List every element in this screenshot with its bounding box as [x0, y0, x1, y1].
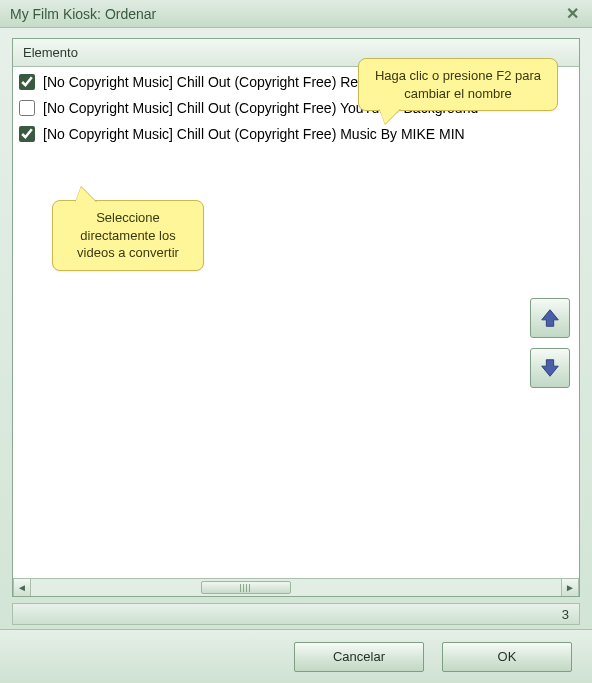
window-title: My Film Kiosk: Ordenar [10, 6, 560, 22]
dialog-footer: Cancelar OK [0, 629, 592, 683]
callout-tail-icon [75, 187, 97, 203]
chevron-right-icon: ► [565, 582, 575, 593]
chevron-left-icon: ◄ [17, 582, 27, 593]
horizontal-scrollbar[interactable]: ◄ ► [13, 578, 579, 596]
cancel-button[interactable]: Cancelar [294, 642, 424, 672]
reorder-buttons [530, 298, 570, 388]
row-checkbox[interactable] [19, 74, 35, 90]
row-checkbox[interactable] [19, 100, 35, 116]
callout-text: Seleccione directamente los videos a con… [77, 210, 179, 260]
close-button[interactable]: ✕ [560, 4, 584, 24]
titlebar: My Film Kiosk: Ordenar ✕ [0, 0, 592, 28]
list-inner: Elemento [No Copyright Music] Chill Out … [13, 39, 579, 596]
scroll-thumb[interactable] [201, 581, 291, 594]
item-count: 3 [562, 607, 569, 622]
scroll-right-button[interactable]: ► [561, 579, 579, 596]
dialog-body: Haga clic o presione F2 para cambiar el … [0, 28, 592, 629]
scroll-left-button[interactable]: ◄ [13, 579, 31, 596]
callout-select-hint: Seleccione directamente los videos a con… [52, 200, 204, 271]
callout-text: Haga clic o presione F2 para cambiar el … [375, 68, 541, 101]
ok-button[interactable]: OK [442, 642, 572, 672]
list-frame: Elemento [No Copyright Music] Chill Out … [12, 38, 580, 597]
callout-tail-icon [379, 108, 401, 124]
move-up-button[interactable] [530, 298, 570, 338]
arrow-up-icon [539, 307, 561, 329]
dialog-window: My Film Kiosk: Ordenar ✕ Haga clic o pre… [0, 0, 592, 683]
scroll-track[interactable] [31, 579, 561, 596]
grip-icon [240, 584, 252, 592]
move-down-button[interactable] [530, 348, 570, 388]
arrow-down-icon [539, 357, 561, 379]
row-checkbox[interactable] [19, 126, 35, 142]
row-label: [No Copyright Music] Chill Out (Copyrigh… [43, 126, 465, 142]
status-bar: 3 [12, 603, 580, 625]
list-item[interactable]: [No Copyright Music] Chill Out (Copyrigh… [13, 121, 579, 147]
close-icon: ✕ [566, 4, 579, 23]
list-rows: [No Copyright Music] Chill Out (Copyrigh… [13, 67, 579, 578]
callout-rename-hint: Haga clic o presione F2 para cambiar el … [358, 58, 558, 111]
